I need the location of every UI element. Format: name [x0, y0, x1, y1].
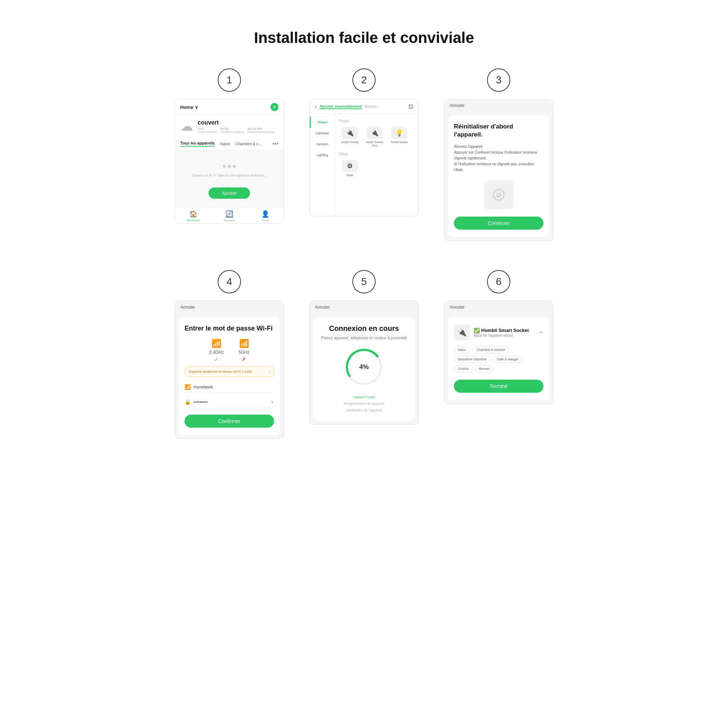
s4-topbar: Annuler: [175, 301, 284, 314]
s4-warning-banner: Supporte seulement le réseau Wi-Fi 2.4Gh…: [185, 367, 274, 377]
s2-device-smart-socket-duo[interactable]: 🔌 Smart Socket Duo: [364, 127, 385, 147]
s2-body: Power Cameras Sensors Lighting Power 🔌 S…: [310, 114, 418, 216]
s2-smart-socket-duo-label: Smart Socket Duo: [364, 141, 385, 147]
step-number-2: 2: [352, 69, 376, 92]
step-1-col: 1 Home ∨ + ☁ couvert 11°CTemp à l'extéri…: [173, 69, 286, 241]
s6-room-deuxieme[interactable]: Deuxième chambre: [454, 356, 490, 363]
s2-sidebar-cameras[interactable]: Cameras: [310, 128, 335, 139]
s4-check-red: ✗: [242, 356, 246, 362]
s4-network-value: mynetwork: [194, 385, 274, 389]
s1-humidity: 55.0%Humidité à l'extérieur: [220, 127, 245, 134]
s2-smart-socket-icon: 🔌: [342, 127, 358, 139]
s5-subtitle: Placez appareil, téléphone et routeur à …: [319, 336, 409, 340]
step-2-col: 2 ‹ Ajouter manuellement Analys... ⊡ Pow…: [307, 69, 421, 241]
s5-cancel-label[interactable]: Annuler: [315, 305, 330, 310]
s3-cancel-label[interactable]: Annuler: [450, 103, 465, 108]
s6-done-button[interactable]: Terminé: [454, 380, 543, 393]
s6-device-info: ✅ Hombli Smart Socket Ajout de l'apparei…: [474, 327, 535, 337]
s3-card: Réinitialiser d'abord l'appareil. Allume…: [448, 115, 549, 237]
step-3-phone: Annuler Réinitialiser d'abord l'appareil…: [444, 99, 553, 241]
s4-confirm-button[interactable]: Confirmer: [185, 414, 274, 428]
s2-scan-icon[interactable]: ⊡: [408, 103, 413, 110]
s6-card: 🔌 ✅ Hombli Smart Socket Ajout de l'appar…: [448, 317, 549, 400]
s4-wifi-5-icon: 📶: [239, 339, 249, 348]
s3-device-image: ⏻: [484, 180, 513, 209]
s6-cancel-label[interactable]: Annuler: [450, 305, 465, 310]
s1-tabs: Tous les appareils Salon Chambre à c... …: [175, 138, 284, 150]
s4-password-field[interactable]: 🔒 •••••••••• ∨: [185, 396, 274, 408]
step-6-col: 6 Annuler 🔌 ✅ Hombli Smart Socket Ajout …: [442, 270, 555, 439]
s6-device-thumb: 🔌: [454, 324, 470, 340]
s3-power-icon: ⏻: [493, 189, 505, 200]
s2-smart-socket-label: Smart Socket: [341, 141, 359, 144]
s1-weather-widget: ☁ couvert 11°CTemp à l'extérieur 55.0%Hu…: [175, 114, 284, 138]
s2-sidebar-sensors[interactable]: Sensors: [310, 139, 335, 150]
s1-temp: 11°CTemp à l'extérieur: [198, 127, 218, 134]
s5-step-register: Enregistrement de l'appareil: [319, 401, 409, 407]
s4-wifi-24-icon: 📶: [211, 339, 221, 348]
s2-section-power: Power: [339, 119, 414, 123]
s2-back-icon[interactable]: ‹: [315, 103, 317, 110]
s1-tab-all[interactable]: Tous les appareils: [180, 141, 215, 147]
s2-devices-grid: 🔌 Smart Socket 🔌 Smart Socket Duo 💡 Smar…: [339, 127, 414, 147]
s4-check-green: ✓: [214, 356, 219, 362]
step-4-col: 4 Annuler Entrer le mot de passe Wi-Fi 📶…: [173, 270, 286, 439]
s2-device-smart-socket[interactable]: 🔌 Smart Socket: [339, 127, 361, 147]
s4-title: Entrer le mot de passe Wi-Fi: [185, 324, 274, 333]
s1-bottom-nav: 🏠 Ma famille 🔄 Scénario 👤 Profil: [175, 208, 284, 223]
s4-cancel-label[interactable]: Annuler: [180, 305, 195, 310]
s1-more-icon[interactable]: •••: [272, 141, 278, 147]
step-number-1: 1: [218, 69, 241, 92]
s6-device-status: Ajout de l'appareil réussi: [474, 333, 535, 337]
s1-weather-label: couvert: [198, 119, 278, 126]
s2-other-device[interactable]: ⚙ Other: [339, 160, 361, 177]
s2-other-label: Other: [346, 174, 353, 177]
s6-room-chambre[interactable]: Chambre à coucher: [473, 346, 509, 353]
s3-continue-button[interactable]: Continuer: [454, 217, 543, 230]
s6-room-bureau[interactable]: Bureau: [475, 365, 494, 372]
s6-edit-icon[interactable]: ✏: [539, 329, 543, 335]
s1-add-icon[interactable]: +: [271, 103, 278, 111]
s2-device-smart-switch[interactable]: 💡 Smart Switch: [388, 127, 410, 147]
step-number-3: 3: [487, 69, 510, 92]
home-icon: 🏠: [189, 210, 197, 218]
s3-title: Réinitialiser d'abord l'appareil.: [454, 123, 543, 139]
s1-home-title: Home ∨: [180, 104, 198, 110]
s1-nav-scenario[interactable]: 🔄 Scénario: [211, 210, 247, 222]
s6-topbar: Annuler: [444, 301, 553, 314]
s5-card: Connexion en cours Placez appareil, télé…: [314, 317, 414, 421]
s6-room-cuisine[interactable]: Cuisine: [454, 365, 473, 372]
s5-topbar: Annuler: [310, 301, 418, 314]
s1-nav-home[interactable]: 🏠 Ma famille: [175, 210, 211, 222]
s4-toggle-password-icon[interactable]: ∨: [271, 399, 274, 404]
step-3-col: 3 Annuler Réinitialiser d'abord l'appare…: [442, 69, 555, 241]
s4-network-field[interactable]: 📶 mynetwork: [185, 381, 274, 393]
s5-title: Connexion en cours: [319, 324, 409, 333]
s6-device-row: 🔌 ✅ Hombli Smart Socket Ajout de l'appar…: [454, 324, 543, 340]
s2-sidebar-power[interactable]: Power: [310, 117, 335, 128]
s1-page-dots: [223, 165, 236, 168]
step-2-phone: ‹ Ajouter manuellement Analys... ⊡ Power…: [309, 99, 419, 216]
s3-topbar: Annuler: [444, 99, 553, 112]
s4-password-value: ••••••••••: [194, 400, 268, 404]
s2-sidebar-lighting[interactable]: Lighting: [310, 150, 335, 161]
step-number-4: 4: [218, 270, 241, 294]
steps-row-2: 4 Annuler Entrer le mot de passe Wi-Fi 📶…: [173, 270, 555, 439]
s1-tab-chambre[interactable]: Chambre à c...: [235, 142, 262, 146]
s2-smart-switch-icon: 💡: [391, 127, 407, 139]
s2-tab-manual[interactable]: Ajouter manuellement: [320, 104, 362, 109]
s1-weather-stats: 11°CTemp à l'extérieur 55.0%Humidité à l…: [198, 127, 278, 134]
s1-tab-salon[interactable]: Salon: [220, 142, 230, 146]
s1-add-button[interactable]: Ajouter: [209, 187, 250, 199]
s4-lock-icon: 🔒: [185, 399, 191, 405]
s2-tabs-top: Ajouter manuellement Analys...: [320, 104, 405, 109]
s6-room-salle[interactable]: Salle à manger: [492, 356, 523, 363]
step-number-6: 6: [487, 270, 510, 294]
step-1-phone: Home ∨ + ☁ couvert 11°CTemp à l'extérieu…: [175, 99, 284, 224]
step-number-5: 5: [352, 270, 376, 294]
s2-tab-auto[interactable]: Analys...: [365, 104, 380, 109]
s6-room-salon[interactable]: Salon: [454, 346, 470, 353]
s1-nav-profile[interactable]: 👤 Profil: [248, 210, 284, 222]
s2-other-icon: ⚙: [342, 160, 358, 172]
s2-smart-switch-label: Smart Switch: [391, 141, 408, 144]
